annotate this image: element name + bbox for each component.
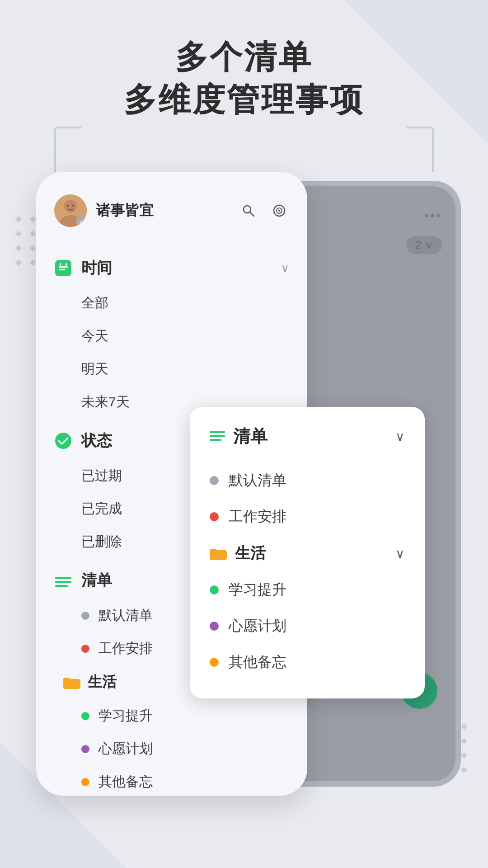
dot-default-dropdown [210, 476, 219, 485]
svg-point-4 [72, 205, 74, 207]
dot-notes [81, 778, 89, 786]
target-icon[interactable] [269, 201, 289, 221]
svg-point-1 [64, 200, 77, 212]
more-icon: ••• [425, 208, 442, 223]
deco-corner-tl [54, 127, 81, 172]
dropdown-item-notes[interactable]: 其他备忘 [210, 644, 405, 680]
folder-icon [63, 675, 80, 689]
dot-notes-dropdown [210, 658, 219, 667]
list-item-notes[interactable]: 其他备忘 [54, 765, 289, 796]
time-item-tomorrow[interactable]: 明天 [54, 353, 289, 386]
dropdown-folder-life[interactable]: 生活 ∨ [210, 535, 405, 572]
section-time: 时间 ∨ 全部 今天 明天 未来7天 [54, 250, 289, 419]
time-chevron-icon: ∨ [281, 262, 289, 274]
folder-life-dropdown-chevron-icon: ∨ [395, 546, 405, 561]
svg-rect-14 [66, 263, 67, 266]
section-time-header[interactable]: 时间 ∨ [54, 250, 289, 287]
svg-rect-13 [60, 263, 61, 266]
list-icon [54, 571, 72, 590]
dot-study-dropdown [210, 585, 219, 594]
svg-rect-12 [59, 269, 65, 270]
svg-point-3 [67, 205, 69, 207]
dropdown-list-icon [210, 428, 225, 445]
deco-corner-tr [407, 127, 434, 172]
svg-rect-17 [55, 581, 71, 583]
svg-rect-25 [210, 549, 217, 553]
chevron-down-icon: ∨ [425, 239, 433, 251]
svg-rect-11 [59, 266, 68, 268]
sidebar-action-icons [239, 201, 289, 221]
svg-rect-22 [210, 435, 225, 437]
section-time-label: 时间 [81, 258, 112, 278]
list-item-wish[interactable]: 心愿计划 [54, 732, 289, 765]
dropdown-chevron-icon[interactable]: ∨ [395, 429, 405, 444]
time-icon [54, 259, 72, 277]
header: 多个清单 多维度管理事项 [0, 36, 488, 121]
status-icon [54, 432, 72, 450]
dot-wish [81, 745, 89, 753]
dot-wish-dropdown [210, 622, 219, 631]
dropdown-card: 清单 ∨ 默认清单 工作安排 生活 ∨ [190, 407, 425, 698]
dropdown-item-work[interactable]: 工作安排 [210, 499, 405, 535]
list-item-study[interactable]: 学习提升 [54, 699, 289, 732]
dropdown-item-study[interactable]: 学习提升 [210, 572, 405, 608]
svg-point-9 [278, 210, 280, 212]
section-list-label: 清单 [81, 570, 112, 591]
dropdown-header: 清单 ∨ [210, 425, 405, 448]
svg-rect-21 [210, 431, 225, 433]
svg-rect-10 [55, 260, 71, 276]
svg-point-15 [55, 433, 71, 449]
sidebar-user-header: ✓ 诸事皆宜 [54, 194, 289, 227]
dot-work-dropdown [210, 512, 219, 521]
time-item-all[interactable]: 全部 [54, 287, 289, 320]
svg-rect-16 [55, 577, 71, 579]
svg-line-6 [250, 212, 254, 216]
time-item-today[interactable]: 今天 [54, 320, 289, 353]
dropdown-title: 清单 [233, 425, 267, 448]
dot-study [81, 712, 89, 720]
user-info: ✓ 诸事皆宜 [54, 194, 154, 227]
dropdown-item-wish[interactable]: 心愿计划 [210, 608, 405, 644]
search-icon[interactable] [239, 201, 258, 221]
svg-rect-20 [63, 678, 70, 682]
user-name: 诸事皆宜 [96, 201, 154, 221]
section-status-label: 状态 [81, 430, 112, 451]
folder-dropdown-icon [210, 547, 227, 560]
dot-default [81, 612, 89, 620]
page-title: 多个清单 多维度管理事项 [36, 36, 452, 121]
phone-container: ••• 2 ∨ + [36, 172, 452, 841]
svg-rect-18 [55, 585, 68, 587]
dot-work [81, 645, 89, 653]
dropdown-item-default[interactable]: 默认清单 [210, 462, 405, 499]
svg-rect-23 [210, 439, 221, 441]
user-badge: ✓ [76, 216, 87, 227]
avatar: ✓ [54, 194, 87, 227]
phone-back-badge: 2 ∨ [406, 236, 442, 254]
